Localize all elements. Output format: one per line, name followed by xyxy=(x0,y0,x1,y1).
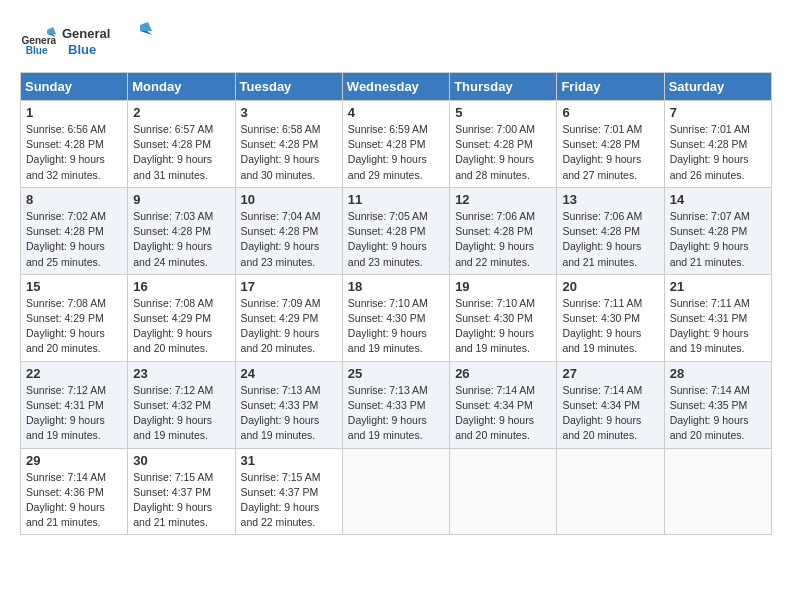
calendar-cell: 19Sunrise: 7:10 AMSunset: 4:30 PMDayligh… xyxy=(450,274,557,361)
day-info: Sunrise: 6:58 AMSunset: 4:28 PMDaylight:… xyxy=(241,122,337,183)
day-number: 2 xyxy=(133,105,229,120)
day-number: 24 xyxy=(241,366,337,381)
calendar-cell: 17Sunrise: 7:09 AMSunset: 4:29 PMDayligh… xyxy=(235,274,342,361)
calendar-cell: 20Sunrise: 7:11 AMSunset: 4:30 PMDayligh… xyxy=(557,274,664,361)
day-info: Sunrise: 7:06 AMSunset: 4:28 PMDaylight:… xyxy=(562,209,658,270)
day-number: 10 xyxy=(241,192,337,207)
day-number: 7 xyxy=(670,105,766,120)
calendar-cell: 25Sunrise: 7:13 AMSunset: 4:33 PMDayligh… xyxy=(342,361,449,448)
day-number: 31 xyxy=(241,453,337,468)
day-number: 26 xyxy=(455,366,551,381)
calendar-week-1: 1Sunrise: 6:56 AMSunset: 4:28 PMDaylight… xyxy=(21,101,772,188)
day-number: 19 xyxy=(455,279,551,294)
calendar-cell: 27Sunrise: 7:14 AMSunset: 4:34 PMDayligh… xyxy=(557,361,664,448)
day-info: Sunrise: 7:15 AMSunset: 4:37 PMDaylight:… xyxy=(133,470,229,531)
calendar-cell: 13Sunrise: 7:06 AMSunset: 4:28 PMDayligh… xyxy=(557,187,664,274)
calendar-cell: 6Sunrise: 7:01 AMSunset: 4:28 PMDaylight… xyxy=(557,101,664,188)
calendar-cell: 12Sunrise: 7:06 AMSunset: 4:28 PMDayligh… xyxy=(450,187,557,274)
day-number: 30 xyxy=(133,453,229,468)
day-number: 6 xyxy=(562,105,658,120)
svg-text:General: General xyxy=(21,35,56,46)
calendar-cell: 9Sunrise: 7:03 AMSunset: 4:28 PMDaylight… xyxy=(128,187,235,274)
header-monday: Monday xyxy=(128,73,235,101)
day-number: 17 xyxy=(241,279,337,294)
day-info: Sunrise: 7:00 AMSunset: 4:28 PMDaylight:… xyxy=(455,122,551,183)
calendar-cell: 29Sunrise: 7:14 AMSunset: 4:36 PMDayligh… xyxy=(21,448,128,535)
calendar-week-5: 29Sunrise: 7:14 AMSunset: 4:36 PMDayligh… xyxy=(21,448,772,535)
calendar-cell: 10Sunrise: 7:04 AMSunset: 4:28 PMDayligh… xyxy=(235,187,342,274)
day-info: Sunrise: 7:01 AMSunset: 4:28 PMDaylight:… xyxy=(670,122,766,183)
header-wednesday: Wednesday xyxy=(342,73,449,101)
day-info: Sunrise: 7:14 AMSunset: 4:34 PMDaylight:… xyxy=(562,383,658,444)
day-info: Sunrise: 7:11 AMSunset: 4:31 PMDaylight:… xyxy=(670,296,766,357)
calendar-cell: 8Sunrise: 7:02 AMSunset: 4:28 PMDaylight… xyxy=(21,187,128,274)
day-info: Sunrise: 7:11 AMSunset: 4:30 PMDaylight:… xyxy=(562,296,658,357)
calendar-cell: 18Sunrise: 7:10 AMSunset: 4:30 PMDayligh… xyxy=(342,274,449,361)
calendar-cell: 1Sunrise: 6:56 AMSunset: 4:28 PMDaylight… xyxy=(21,101,128,188)
calendar-cell xyxy=(557,448,664,535)
day-number: 23 xyxy=(133,366,229,381)
calendar-cell xyxy=(342,448,449,535)
day-info: Sunrise: 7:01 AMSunset: 4:28 PMDaylight:… xyxy=(562,122,658,183)
day-info: Sunrise: 7:12 AMSunset: 4:32 PMDaylight:… xyxy=(133,383,229,444)
day-info: Sunrise: 7:15 AMSunset: 4:37 PMDaylight:… xyxy=(241,470,337,531)
day-info: Sunrise: 7:02 AMSunset: 4:28 PMDaylight:… xyxy=(26,209,122,270)
day-info: Sunrise: 7:14 AMSunset: 4:36 PMDaylight:… xyxy=(26,470,122,531)
calendar-week-2: 8Sunrise: 7:02 AMSunset: 4:28 PMDaylight… xyxy=(21,187,772,274)
day-number: 27 xyxy=(562,366,658,381)
day-info: Sunrise: 7:03 AMSunset: 4:28 PMDaylight:… xyxy=(133,209,229,270)
day-info: Sunrise: 7:04 AMSunset: 4:28 PMDaylight:… xyxy=(241,209,337,270)
svg-marker-7 xyxy=(140,22,152,31)
calendar-cell: 24Sunrise: 7:13 AMSunset: 4:33 PMDayligh… xyxy=(235,361,342,448)
calendar-cell: 5Sunrise: 7:00 AMSunset: 4:28 PMDaylight… xyxy=(450,101,557,188)
calendar-cell xyxy=(664,448,771,535)
header-thursday: Thursday xyxy=(450,73,557,101)
header-saturday: Saturday xyxy=(664,73,771,101)
day-info: Sunrise: 6:57 AMSunset: 4:28 PMDaylight:… xyxy=(133,122,229,183)
day-number: 15 xyxy=(26,279,122,294)
day-info: Sunrise: 7:12 AMSunset: 4:31 PMDaylight:… xyxy=(26,383,122,444)
svg-text:Blue: Blue xyxy=(68,42,96,57)
svg-text:Blue: Blue xyxy=(26,45,48,56)
day-number: 29 xyxy=(26,453,122,468)
day-info: Sunrise: 7:10 AMSunset: 4:30 PMDaylight:… xyxy=(455,296,551,357)
svg-marker-3 xyxy=(47,27,56,34)
day-info: Sunrise: 7:14 AMSunset: 4:35 PMDaylight:… xyxy=(670,383,766,444)
day-number: 25 xyxy=(348,366,444,381)
calendar-week-4: 22Sunrise: 7:12 AMSunset: 4:31 PMDayligh… xyxy=(21,361,772,448)
header-friday: Friday xyxy=(557,73,664,101)
day-number: 5 xyxy=(455,105,551,120)
day-number: 4 xyxy=(348,105,444,120)
day-number: 18 xyxy=(348,279,444,294)
calendar-cell: 23Sunrise: 7:12 AMSunset: 4:32 PMDayligh… xyxy=(128,361,235,448)
page-header: General Blue General Blue xyxy=(20,20,772,64)
day-number: 12 xyxy=(455,192,551,207)
calendar-cell: 2Sunrise: 6:57 AMSunset: 4:28 PMDaylight… xyxy=(128,101,235,188)
calendar-header-row: SundayMondayTuesdayWednesdayThursdayFrid… xyxy=(21,73,772,101)
day-number: 13 xyxy=(562,192,658,207)
calendar-cell: 16Sunrise: 7:08 AMSunset: 4:29 PMDayligh… xyxy=(128,274,235,361)
day-number: 16 xyxy=(133,279,229,294)
day-number: 11 xyxy=(348,192,444,207)
calendar-cell: 22Sunrise: 7:12 AMSunset: 4:31 PMDayligh… xyxy=(21,361,128,448)
day-info: Sunrise: 7:06 AMSunset: 4:28 PMDaylight:… xyxy=(455,209,551,270)
day-info: Sunrise: 7:08 AMSunset: 4:29 PMDaylight:… xyxy=(133,296,229,357)
calendar-cell xyxy=(450,448,557,535)
calendar-cell: 26Sunrise: 7:14 AMSunset: 4:34 PMDayligh… xyxy=(450,361,557,448)
day-number: 3 xyxy=(241,105,337,120)
day-info: Sunrise: 6:56 AMSunset: 4:28 PMDaylight:… xyxy=(26,122,122,183)
day-info: Sunrise: 7:13 AMSunset: 4:33 PMDaylight:… xyxy=(241,383,337,444)
day-number: 22 xyxy=(26,366,122,381)
day-number: 14 xyxy=(670,192,766,207)
day-number: 1 xyxy=(26,105,122,120)
calendar-cell: 11Sunrise: 7:05 AMSunset: 4:28 PMDayligh… xyxy=(342,187,449,274)
logo-icon: General Blue xyxy=(20,24,56,60)
calendar-week-3: 15Sunrise: 7:08 AMSunset: 4:29 PMDayligh… xyxy=(21,274,772,361)
calendar-cell: 7Sunrise: 7:01 AMSunset: 4:28 PMDaylight… xyxy=(664,101,771,188)
day-info: Sunrise: 7:08 AMSunset: 4:29 PMDaylight:… xyxy=(26,296,122,357)
calendar-table: SundayMondayTuesdayWednesdayThursdayFrid… xyxy=(20,72,772,535)
day-info: Sunrise: 6:59 AMSunset: 4:28 PMDaylight:… xyxy=(348,122,444,183)
logo-svg: General Blue xyxy=(62,20,152,60)
header-sunday: Sunday xyxy=(21,73,128,101)
calendar-cell: 4Sunrise: 6:59 AMSunset: 4:28 PMDaylight… xyxy=(342,101,449,188)
